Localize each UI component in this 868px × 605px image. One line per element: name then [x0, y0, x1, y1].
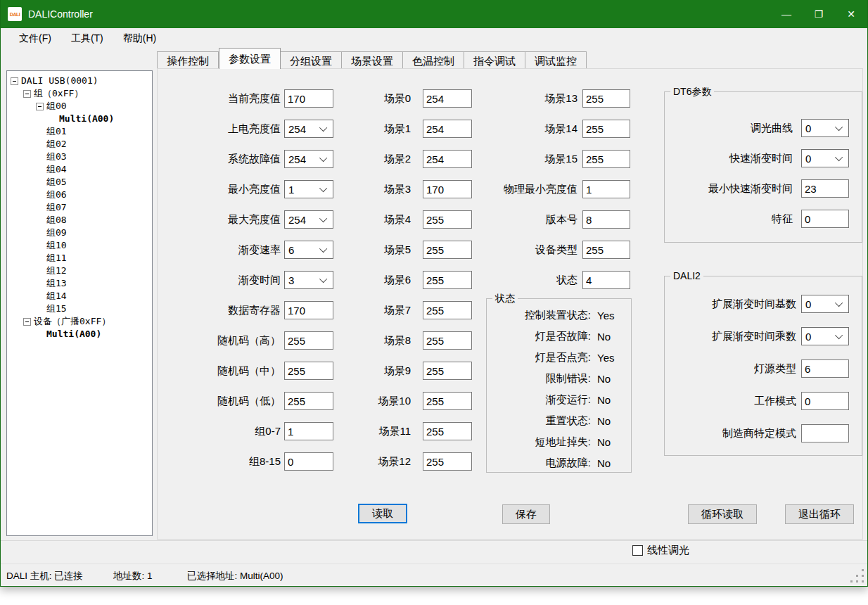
max-level-select[interactable]: 254	[284, 210, 333, 229]
read-button[interactable]: 读取	[358, 504, 407, 523]
tree-node-group12[interactable]: 组12	[7, 265, 152, 277]
random-code-mid-input[interactable]	[284, 362, 333, 380]
loop-read-button[interactable]: 循环读取	[688, 504, 757, 524]
tree-node-device-broadcast[interactable]: 设备（广播0xFF）	[7, 315, 152, 328]
features-input[interactable]	[801, 210, 849, 228]
tab-parameter-settings[interactable]: 参数设置	[219, 48, 281, 69]
menu-help[interactable]: 帮助(H)	[113, 28, 166, 48]
status-label: 渐变运行:	[490, 393, 591, 407]
chevron-down-icon	[835, 299, 843, 307]
collapse-icon[interactable]	[23, 90, 31, 98]
field-label: 组8-15	[175, 452, 281, 471]
tree-node-label: 设备（广播0xFF）	[34, 315, 110, 328]
tree-node-group02[interactable]: 组02	[7, 138, 152, 151]
operating-mode-input[interactable]	[801, 392, 849, 410]
tree-node-group06[interactable]: 组06	[7, 189, 152, 201]
tab-command-debug[interactable]: 指令调试	[464, 51, 525, 69]
tree-node-label: 组13	[46, 277, 67, 290]
status-label: 限制错误:	[490, 372, 591, 386]
exit-loop-button[interactable]: 退出循环	[785, 504, 854, 524]
device-type-input[interactable]	[582, 241, 630, 259]
minimize-button[interactable]: —	[770, 0, 803, 28]
menu-file[interactable]: 文件(F)	[9, 28, 61, 48]
status-input[interactable]	[582, 271, 630, 289]
tree-node-label: 组10	[46, 239, 67, 252]
scene10-input[interactable]	[423, 392, 472, 410]
tab-grouping-settings[interactable]: 分组设置	[281, 51, 342, 69]
tree-node-group13[interactable]: 组13	[7, 277, 152, 290]
scene15-input[interactable]	[582, 150, 630, 168]
system-failure-level-select[interactable]: 254	[284, 150, 333, 168]
tree-node-group05[interactable]: 组05	[7, 176, 152, 189]
tree-node-group15[interactable]: 组15	[7, 302, 152, 315]
field-label: 上电亮度值	[175, 120, 281, 138]
tab-debug-monitor[interactable]: 调试监控	[525, 51, 587, 69]
power-on-level-select[interactable]: 254	[284, 120, 333, 138]
tree-node-group11[interactable]: 组11	[7, 252, 152, 265]
tree-node-group09[interactable]: 组09	[7, 227, 152, 239]
fast-fade-time-select[interactable]: 0	[801, 149, 849, 167]
field-row-scene4: 场景4	[349, 210, 472, 229]
dimming-curve-select[interactable]: 0	[801, 119, 849, 137]
checkbox-icon[interactable]	[632, 545, 643, 556]
tree-node-group03[interactable]: 组03	[7, 151, 152, 163]
tree-node-multi-a00[interactable]: Multi(A00)	[7, 113, 152, 125]
save-button[interactable]: 保存	[502, 504, 550, 524]
tree-node-group07[interactable]: 组07	[7, 201, 152, 214]
min-level-select[interactable]: 1	[284, 180, 333, 198]
fade-time-select[interactable]: 3	[284, 271, 333, 289]
field-row-scene2: 场景2	[349, 150, 472, 168]
current-level-input[interactable]	[284, 89, 333, 108]
window-title: DALIController	[28, 8, 770, 20]
version-input[interactable]	[582, 210, 630, 229]
collapse-icon[interactable]	[36, 103, 44, 110]
status-label: 灯是否故障:	[490, 330, 591, 343]
menu-tools[interactable]: 工具(T)	[61, 28, 113, 48]
maximize-button[interactable]: ❐	[803, 0, 835, 28]
select-value: 1	[285, 184, 294, 196]
tab-color-temp-control[interactable]: 色温控制	[403, 51, 464, 69]
tab-operation-control[interactable]: 操作控制	[157, 51, 219, 69]
scene13-input[interactable]	[582, 89, 630, 108]
field-label: 场景10	[349, 392, 411, 410]
collapse-icon[interactable]	[11, 77, 18, 85]
scene11-input[interactable]	[423, 422, 472, 440]
tree-node-group00[interactable]: 组00	[7, 100, 152, 113]
extended-fade-multiplier-select[interactable]: 0	[801, 327, 849, 345]
collapse-icon[interactable]	[23, 318, 31, 326]
linear-dimming-checkbox-row[interactable]: 线性调光	[632, 544, 689, 557]
min-fast-fade-time-input[interactable]	[801, 179, 849, 198]
tree-node-group01[interactable]: 组01	[7, 125, 152, 138]
tree-node-label: 组03	[46, 151, 67, 163]
scene7-input[interactable]	[423, 301, 472, 319]
field-row-scene0: 场景0	[349, 89, 472, 108]
field-row-ext-fade-base: 扩展渐变时间基数0	[670, 295, 862, 313]
random-code-high-input[interactable]	[284, 331, 333, 350]
device-tree: DALI USB(0001) 组（0xFF） 组00 Multi(A00) 组0…	[6, 70, 153, 536]
physical-min-level-input[interactable]	[582, 180, 630, 198]
extended-fade-base-select[interactable]: 0	[801, 295, 849, 313]
data-register-input[interactable]	[284, 301, 333, 319]
group8-15-input[interactable]	[284, 452, 333, 471]
close-button[interactable]: ✕	[835, 0, 867, 28]
tree-node-group04[interactable]: 组04	[7, 163, 152, 176]
resize-grip-icon[interactable]	[862, 580, 864, 582]
scene8-input[interactable]	[423, 331, 472, 350]
tree-node-group10[interactable]: 组10	[7, 239, 152, 252]
select-value: 254	[285, 123, 306, 135]
tab-scene-settings[interactable]: 场景设置	[342, 51, 403, 69]
scene9-input[interactable]	[423, 362, 472, 380]
light-source-type-input[interactable]	[801, 359, 849, 378]
fade-rate-select[interactable]: 6	[284, 241, 333, 259]
scene12-input[interactable]	[423, 452, 472, 471]
tree-node-dali-usb[interactable]: DALI USB(0001)	[7, 75, 152, 87]
tree-node-group-ff[interactable]: 组（0xFF）	[7, 87, 152, 100]
group0-7-input[interactable]	[284, 422, 333, 440]
scene14-input[interactable]	[582, 120, 630, 138]
tree-node-multi-a00-2[interactable]: Multi(A00)	[7, 328, 152, 340]
manufacturer-mode-input[interactable]	[801, 424, 849, 442]
field-row-data-register: 数据寄存器	[175, 301, 333, 319]
random-code-low-input[interactable]	[284, 392, 333, 410]
tree-node-group14[interactable]: 组14	[7, 290, 152, 302]
tree-node-group08[interactable]: 组08	[7, 214, 152, 227]
